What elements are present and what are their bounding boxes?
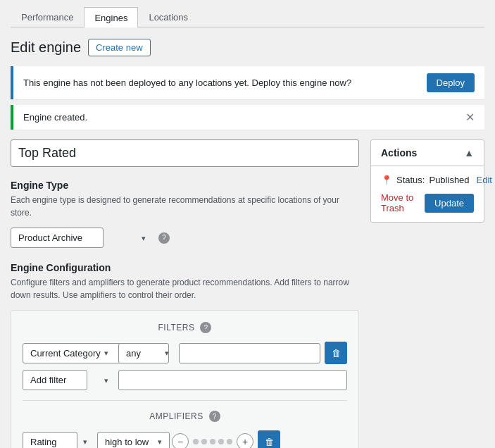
add-filter-input[interactable] xyxy=(118,370,347,390)
deploy-alert-message: This engine has not been deployed to any… xyxy=(23,77,351,88)
success-notice-message: Engine created. xyxy=(23,112,87,123)
engine-type-row: Product Archive Single Product Cart Chec… xyxy=(11,228,359,248)
divider xyxy=(23,400,347,401)
amplifier-row: Rating Price Sales high to low low to hi… xyxy=(23,430,347,448)
amp-order-select-wrap: high to low low to high xyxy=(97,432,168,449)
engine-type-title: Engine Type xyxy=(11,180,359,191)
actions-label: Actions xyxy=(381,147,417,158)
filters-help-icon[interactable]: ? xyxy=(200,322,211,333)
filter-field-select-wrap: Current Category Product Tag Product Typ… xyxy=(23,343,114,363)
filter-condition-select-wrap: any is is not xyxy=(118,343,175,363)
trash-icon: 🗑 xyxy=(332,348,341,359)
engine-type-help-icon[interactable]: ? xyxy=(158,232,170,244)
sidebar-action-row: Move to Trash Update xyxy=(381,192,474,213)
tab-engines[interactable]: Engines xyxy=(84,7,138,27)
amp-dots xyxy=(193,439,232,444)
amplifiers-help-icon[interactable]: ? xyxy=(209,411,220,422)
deploy-button[interactable]: Deploy xyxy=(427,73,475,92)
status-label: Status: xyxy=(396,175,425,185)
dismiss-button[interactable]: ✕ xyxy=(465,111,475,124)
filter-condition-select[interactable]: any is is not xyxy=(118,343,169,363)
add-filter-row: Add filter xyxy=(23,370,347,390)
status-icon: 📍 xyxy=(381,175,392,185)
status-row: 📍 Status: Published Edit xyxy=(381,175,474,185)
filter-value-input[interactable] xyxy=(179,343,320,363)
tab-performance[interactable]: Performance xyxy=(11,7,84,27)
sidebar: Actions ▲ 📍 Status: Published Edit Move … xyxy=(370,139,484,223)
main-content: Engine Type Each engine type is designed… xyxy=(11,139,359,448)
page-header: Edit engine Create new xyxy=(11,39,484,56)
move-trash-link[interactable]: Move to Trash xyxy=(381,192,425,213)
amp-plus-button[interactable]: + xyxy=(237,433,253,448)
chevron-up-icon[interactable]: ▲ xyxy=(464,147,474,158)
add-filter-select[interactable]: Add filter xyxy=(23,370,87,390)
amp-trash-icon: 🗑 xyxy=(265,437,274,447)
engine-config-desc: Configure filters and amplifiers to gene… xyxy=(11,276,359,301)
engine-name-input[interactable] xyxy=(11,139,359,167)
amp-delete-button[interactable]: 🗑 xyxy=(258,430,280,448)
engine-type-section: Engine Type Each engine type is designed… xyxy=(11,180,359,248)
dot-4 xyxy=(218,439,224,444)
sidebar-panel: Actions ▲ 📍 Status: Published Edit Move … xyxy=(370,139,484,223)
deploy-alert: This engine has not been deployed to any… xyxy=(11,66,484,99)
engine-type-desc: Each engine type is designed to generate… xyxy=(11,194,359,219)
main-layout: Engine Type Each engine type is designed… xyxy=(11,139,484,448)
filters-label: FILTERS ? xyxy=(23,322,347,333)
dot-3 xyxy=(210,439,215,444)
engine-type-select[interactable]: Product Archive Single Product Cart Chec… xyxy=(11,228,104,248)
amplifiers-label: AMPLIFIERS ? xyxy=(23,411,347,422)
sidebar-panel-header: Actions ▲ xyxy=(371,140,484,166)
tab-locations[interactable]: Locations xyxy=(138,7,199,27)
tabs-nav: Performance Engines Locations xyxy=(11,7,484,27)
amp-field-select-wrap: Rating Price Sales xyxy=(23,432,93,449)
filter-row: Current Category Product Tag Product Typ… xyxy=(23,342,347,364)
dot-1 xyxy=(193,439,199,444)
dot-2 xyxy=(201,439,207,444)
dot-5 xyxy=(227,439,232,444)
amp-field-select[interactable]: Rating Price Sales xyxy=(23,432,77,449)
engine-config-title: Engine Configuration xyxy=(11,262,359,273)
filter-field-select[interactable]: Current Category Product Tag Product Typ… xyxy=(23,343,121,363)
page-title: Edit engine xyxy=(11,39,81,56)
amp-order-select[interactable]: high to low low to high xyxy=(97,432,170,449)
edit-link[interactable]: Edit xyxy=(477,175,492,185)
engine-type-select-wrap: Product Archive Single Product Cart Chec… xyxy=(11,228,151,248)
config-box: FILTERS ? Current Category Product Tag P… xyxy=(11,310,359,448)
status-value: Published xyxy=(429,175,469,185)
success-notice: Engine created. ✕ xyxy=(11,105,484,130)
create-new-button[interactable]: Create new xyxy=(88,39,150,56)
update-button[interactable]: Update xyxy=(425,194,474,213)
amp-minus-button[interactable]: − xyxy=(172,433,189,448)
engine-config-section: Engine Configuration Configure filters a… xyxy=(11,262,359,448)
filter-delete-button[interactable]: 🗑 xyxy=(325,342,347,364)
sidebar-panel-body: 📍 Status: Published Edit Move to Trash U… xyxy=(371,166,484,222)
add-filter-select-wrap: Add filter xyxy=(23,370,114,390)
